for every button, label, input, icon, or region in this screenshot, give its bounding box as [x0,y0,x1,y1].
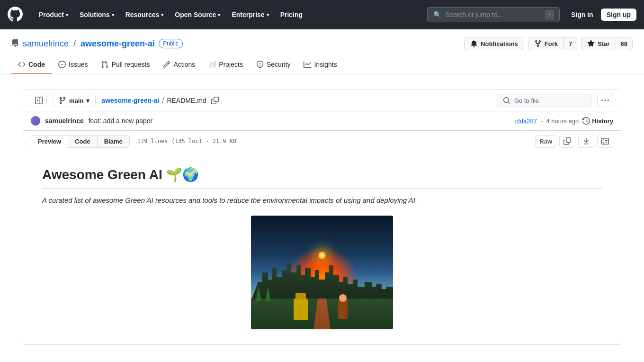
sidebar-toggle-button[interactable] [31,94,47,107]
repo-owner-link[interactable]: samuelrince [23,39,69,49]
file-view-tabs: Preview Code Blame [31,135,130,148]
tab-code[interactable]: Code [11,56,52,74]
tab-projects[interactable]: Projects [202,56,250,74]
tab-issues[interactable]: Issues [52,56,94,74]
chevron-down-icon: ▾ [112,12,114,18]
readme-hero-image [251,216,393,329]
readme-content: Awesome Green AI 🌱🌍 A curated list of aw… [23,152,621,344]
repo-title-row: samuelrince / awesome-green-ai Public No… [11,37,633,50]
readme-subtitle: A curated list of awesome Green AI resou… [42,196,602,204]
repo-visibility-badge: Public [159,39,183,48]
breadcrumb-file: README.md [167,97,206,104]
chevron-down-icon: ▾ [267,12,269,18]
nav-resources[interactable]: Resources ▾ [121,7,169,22]
readme-title: Awesome Green AI 🌱🌍 [42,167,602,189]
github-logo[interactable] [8,7,23,23]
outline-button[interactable] [597,135,613,148]
tab-security[interactable]: Security [250,56,297,74]
star-group: Star 68 [581,37,633,50]
nav-product[interactable]: Product ▾ [34,7,73,22]
tab-actions[interactable]: Actions [156,56,202,74]
branch-selector[interactable]: main ▾ [53,94,96,107]
repo-header: samuelrince / awesome-green-ai Public No… [0,29,644,74]
chevron-down-icon: ▾ [218,12,220,18]
chevron-down-icon: ▾ [86,97,89,104]
commit-time: · [541,118,543,125]
commit-sha-link[interactable]: cfda287 [515,118,537,125]
search-placeholder: Search or jump to... [445,11,542,18]
nav-solutions[interactable]: Solutions ▾ [75,7,119,22]
search-icon: 🔍 [433,11,441,18]
nav-enterprise[interactable]: Enterprise ▾ [227,7,273,22]
preview-tab[interactable]: Preview [31,135,68,148]
chevron-down-icon: ▾ [161,12,163,18]
repo-tabs: Code Issues Pull requests Actions Projec… [11,56,633,74]
top-nav-auth: Sign in Sign up [567,9,636,21]
copy-raw-button[interactable] [559,135,575,148]
commit-meta: cfda287 · 4 hours ago History [515,117,613,125]
go-to-file-button[interactable]: Go to file [497,94,591,107]
commit-author[interactable]: samuelrince [45,117,84,125]
breadcrumb: awesome-green-ai / README.md [101,95,491,106]
star-button[interactable]: Star [581,37,616,50]
search-shortcut-kbd: / [546,10,554,19]
signin-button[interactable]: Sign in [567,9,597,21]
more-options-button[interactable] [597,94,613,107]
history-button[interactable]: History [582,117,613,125]
repo-actions: Notifications Fork 7 Star 68 [464,37,633,50]
commit-message: feat: add a new paper [89,117,152,125]
file-stats: 179 lines (135 loc) · 21.9 KB [137,138,237,145]
blame-tab[interactable]: Blame [98,135,130,148]
raw-button[interactable]: Raw [535,135,556,148]
readme-image-container [42,216,602,329]
top-navigation: Product ▾ Solutions ▾ Resources ▾ Open S… [0,0,644,29]
code-tab[interactable]: Code [68,135,98,148]
notifications-button[interactable]: Notifications [464,37,524,50]
chevron-down-icon: ▾ [66,12,68,18]
top-nav-items: Product ▾ Solutions ▾ Resources ▾ Open S… [34,7,420,22]
download-button[interactable] [578,135,594,148]
nav-pricing[interactable]: Pricing [276,7,307,22]
file-header-top: main ▾ awesome-green-ai / README.md Go t… [23,90,621,111]
file-view-actions: Raw [535,135,613,148]
tab-insights[interactable]: Insights [297,56,343,74]
main-content: main ▾ awesome-green-ai / README.md Go t… [0,74,644,353]
repo-name-link[interactable]: awesome-green-ai [80,39,155,49]
fork-count[interactable]: 7 [564,37,577,50]
file-viewer: main ▾ awesome-green-ai / README.md Go t… [23,90,621,345]
signup-button[interactable]: Sign up [601,9,636,21]
commit-row: samuelrince feat: add a new paper cfda28… [23,111,621,131]
star-count[interactable]: 68 [616,37,633,50]
avatar [31,116,40,126]
search-bar[interactable]: 🔍 Search or jump to... / [427,7,560,22]
nav-open-source[interactable]: Open Source ▾ [170,7,225,22]
file-view-toolbar: Preview Code Blame 179 lines (135 loc) ·… [23,131,621,152]
commit-timestamp: 4 hours ago [546,118,579,125]
fork-group: Fork 7 [528,37,577,50]
repo-icon [11,39,19,48]
fork-button[interactable]: Fork [528,37,564,50]
copy-path-button[interactable] [209,95,221,106]
breadcrumb-repo-link[interactable]: awesome-green-ai [101,97,159,104]
tab-pull-requests[interactable]: Pull requests [94,56,156,74]
